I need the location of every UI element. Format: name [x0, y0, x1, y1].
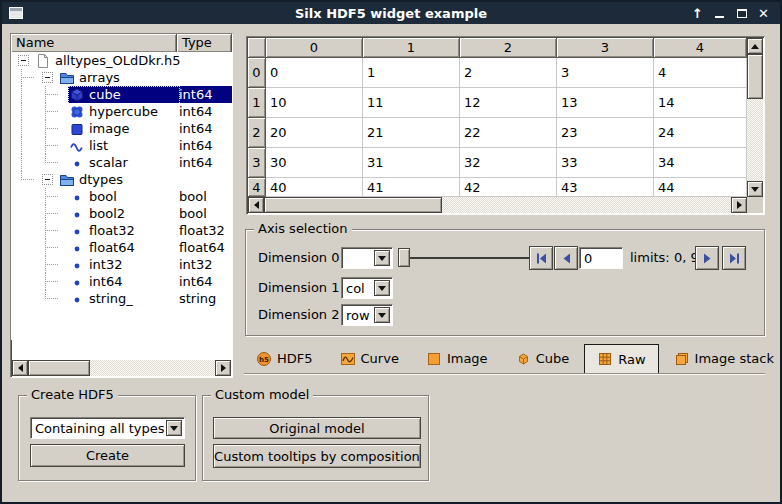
table-cell[interactable]: 11: [363, 88, 460, 118]
tree-item-arrays[interactable]: arrays: [11, 69, 232, 86]
table-cell[interactable]: 3: [557, 58, 654, 88]
original-model-button[interactable]: Original model: [213, 417, 421, 439]
column-header-4[interactable]: 4: [654, 38, 747, 58]
row-header-3[interactable]: 3: [248, 148, 266, 178]
dimension-0-slider[interactable]: [398, 246, 529, 270]
raw-icon: [597, 351, 613, 367]
tree-item-type: int64: [179, 155, 213, 170]
tab-hdf5[interactable]: h5HDF5: [244, 344, 325, 373]
table-cell[interactable]: 2: [460, 58, 557, 88]
row-header-4[interactable]: 4: [248, 178, 266, 197]
tree-item-int32[interactable]: int32int32: [11, 256, 232, 273]
tree-item-cube[interactable]: cubeint64: [11, 86, 232, 103]
column-header-3[interactable]: 3: [557, 38, 654, 58]
dimension-2-combo[interactable]: row: [341, 304, 393, 326]
tab-curve[interactable]: Curve: [328, 344, 411, 373]
tree-column-header-type[interactable]: Type: [177, 34, 232, 52]
scrollbar-thumb[interactable]: [28, 360, 90, 376]
tab-cube[interactable]: Cube: [503, 344, 582, 373]
close-button[interactable]: ✕: [756, 6, 771, 21]
combo-dropdown-button[interactable]: [166, 420, 182, 436]
combo-dropdown-button[interactable]: [374, 307, 390, 323]
table-cell[interactable]: 42: [460, 178, 557, 197]
table-corner-cell[interactable]: [248, 38, 266, 58]
table-cell[interactable]: 12: [460, 88, 557, 118]
tree-item-int64[interactable]: int64int64: [11, 273, 232, 290]
tree-item-list[interactable]: listint64: [11, 137, 232, 154]
slider-handle[interactable]: [398, 248, 410, 267]
scroll-left-button[interactable]: [12, 360, 28, 376]
table-cell[interactable]: 23: [557, 118, 654, 148]
table-cell[interactable]: 20: [266, 118, 363, 148]
scroll-left-button[interactable]: [248, 197, 264, 213]
tree-column-header-name[interactable]: Name: [11, 34, 177, 52]
tab-raw[interactable]: Raw: [584, 344, 658, 373]
tree-item-alltypes_OLdDkr.h5[interactable]: alltypes_OLdDkr.h5: [11, 52, 232, 69]
table-cell[interactable]: 22: [460, 118, 557, 148]
table-cell[interactable]: 43: [557, 178, 654, 197]
maximize-button[interactable]: [734, 6, 749, 21]
row-header-1[interactable]: 1: [248, 88, 266, 118]
scrollbar-thumb[interactable]: [264, 197, 442, 213]
expander-collapse-icon[interactable]: [11, 52, 35, 69]
tree-item-bool[interactable]: boolbool: [11, 188, 232, 205]
tree-item-string_[interactable]: string_string: [11, 290, 232, 307]
table-cell[interactable]: 31: [363, 148, 460, 178]
window-menu-icon[interactable]: [9, 7, 23, 19]
dimension-0-combo[interactable]: [341, 247, 393, 269]
title-bar[interactable]: Silx HDF5 widget example ↑ ✕: [2, 2, 780, 24]
combo-dropdown-button[interactable]: [374, 250, 390, 266]
scroll-up-button[interactable]: [747, 38, 763, 54]
tree-item-image[interactable]: imageint64: [11, 120, 232, 137]
row-header-2[interactable]: 2: [248, 118, 266, 148]
minimize-button[interactable]: [712, 6, 727, 21]
table-cell[interactable]: 40: [266, 178, 363, 197]
tree-item-dtypes[interactable]: dtypes: [11, 171, 232, 188]
table-cell[interactable]: 0: [266, 58, 363, 88]
scroll-right-button[interactable]: [215, 360, 231, 376]
tree-item-scalar[interactable]: scalarint64: [11, 154, 232, 171]
last-frame-button[interactable]: [722, 246, 746, 270]
table-cell[interactable]: 4: [654, 58, 747, 88]
tree-item-float32[interactable]: float32float32: [11, 222, 232, 239]
table-cell[interactable]: 44: [654, 178, 747, 197]
column-header-1[interactable]: 1: [363, 38, 460, 58]
custom-tooltips-button[interactable]: Custom tooltips by composition: [213, 444, 421, 468]
table-vertical-scrollbar[interactable]: [747, 38, 763, 197]
scrollbar-thumb[interactable]: [747, 54, 763, 99]
combo-dropdown-button[interactable]: [374, 280, 390, 296]
tree-horizontal-scrollbar[interactable]: [12, 360, 231, 376]
scroll-down-button[interactable]: [747, 181, 763, 197]
frame-number-input[interactable]: 0: [579, 247, 623, 269]
table-cell[interactable]: 21: [363, 118, 460, 148]
tree-item-bool2[interactable]: bool2bool: [11, 205, 232, 222]
next-frame-button[interactable]: [695, 246, 719, 270]
tab-image[interactable]: Image: [414, 344, 500, 373]
row-header-0[interactable]: 0: [248, 58, 266, 88]
table-cell[interactable]: 24: [654, 118, 747, 148]
table-cell[interactable]: 33: [557, 148, 654, 178]
table-cell[interactable]: 13: [557, 88, 654, 118]
restore-button[interactable]: ↑: [690, 6, 705, 21]
previous-frame-button[interactable]: [554, 246, 578, 270]
column-header-2[interactable]: 2: [460, 38, 557, 58]
tree-item-float64[interactable]: float64float64: [11, 239, 232, 256]
expander-collapse-icon[interactable]: [35, 69, 59, 86]
tree-item-hypercube[interactable]: hypercubeint64: [11, 103, 232, 120]
table-cell[interactable]: 14: [654, 88, 747, 118]
table-cell[interactable]: 32: [460, 148, 557, 178]
create-button[interactable]: Create: [30, 444, 185, 467]
hdf5-type-combo[interactable]: Containing all types: [30, 417, 185, 439]
table-cell[interactable]: 30: [266, 148, 363, 178]
table-cell[interactable]: 41: [363, 178, 460, 197]
first-frame-button[interactable]: [529, 246, 553, 270]
scroll-right-button[interactable]: [731, 197, 747, 213]
dimension-1-combo[interactable]: col: [341, 277, 393, 299]
table-cell[interactable]: 34: [654, 148, 747, 178]
tab-image-stack[interactable]: Image stack: [662, 344, 782, 373]
table-cell[interactable]: 1: [363, 58, 460, 88]
table-horizontal-scrollbar[interactable]: [248, 197, 747, 213]
column-header-0[interactable]: 0: [266, 38, 363, 58]
expander-collapse-icon[interactable]: [35, 171, 59, 188]
table-cell[interactable]: 10: [266, 88, 363, 118]
